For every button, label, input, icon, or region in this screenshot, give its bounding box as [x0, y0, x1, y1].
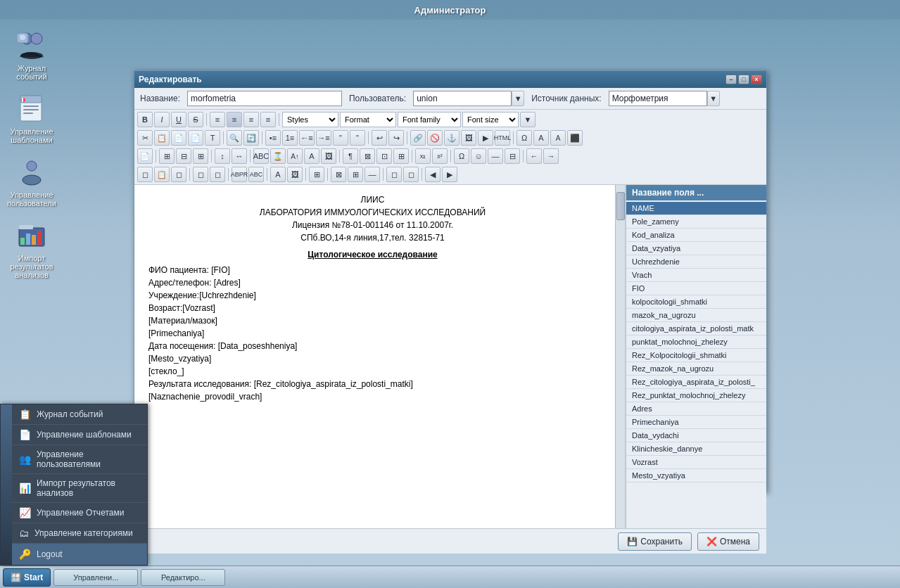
- panel-item-1[interactable]: Pole_zameny: [626, 215, 766, 229]
- table-btn3[interactable]: ⊞: [193, 148, 208, 164]
- name-input[interactable]: [187, 91, 342, 106]
- panel-item-17[interactable]: Data_vydachi: [626, 429, 766, 442]
- r4-btn3[interactable]: ◻: [171, 167, 186, 182]
- menu-item-users[interactable]: 👥 Управление пользователями: [12, 445, 147, 474]
- panel-item-19[interactable]: Vozrast: [626, 456, 766, 469]
- format-select[interactable]: Format: [340, 112, 396, 127]
- r4-btn8[interactable]: A: [270, 167, 286, 182]
- align-left-button[interactable]: ≡: [210, 112, 225, 127]
- t-btn4[interactable]: ↕: [215, 148, 230, 164]
- omega-btn[interactable]: Ω: [454, 148, 469, 164]
- r4-btn15[interactable]: ◻: [386, 167, 402, 182]
- sub-btn[interactable]: x₂: [415, 148, 431, 164]
- r4-btn1[interactable]: ◻: [137, 167, 153, 182]
- source-btn[interactable]: ⊠: [360, 148, 375, 164]
- media-button[interactable]: ▶: [478, 130, 493, 146]
- align-justify-button[interactable]: ≡: [260, 112, 276, 127]
- user-input[interactable]: [413, 91, 512, 106]
- source-dropdown-btn[interactable]: ▼: [707, 91, 720, 106]
- r4-btn13[interactable]: ⊞: [348, 167, 363, 182]
- sup-btn[interactable]: x²: [432, 148, 448, 164]
- menu-item-reports[interactable]: 📈 Управление Отчетами: [12, 503, 147, 523]
- font-size-select[interactable]: Font size: [462, 112, 519, 127]
- r4-btn17[interactable]: ◀: [425, 167, 441, 182]
- panel-item-14[interactable]: Rez_punktat_molochnoj_zhelezy: [626, 389, 766, 402]
- menu-item-import[interactable]: 📊 Импорт результатов анализов: [12, 474, 147, 503]
- editor-scrollbar[interactable]: [615, 185, 625, 528]
- html-button[interactable]: HTML: [495, 130, 510, 146]
- close-button[interactable]: ×: [751, 75, 762, 84]
- arrow-r-btn[interactable]: →: [543, 148, 559, 164]
- find-button[interactable]: 🔍: [227, 130, 242, 146]
- r4-btn14[interactable]: —: [365, 167, 380, 182]
- outdent-button[interactable]: ←≡: [299, 130, 315, 146]
- copy-button[interactable]: 📋: [154, 130, 170, 146]
- panel-item-16[interactable]: Primechaniya: [626, 416, 766, 429]
- desktop-icon-events[interactable]: Журнал событий: [7, 28, 56, 81]
- r4-btn4[interactable]: ◻: [193, 167, 208, 182]
- panel-item-13[interactable]: Rez_citologiya_aspirata_iz_polosti_: [626, 376, 766, 389]
- panel-item-6[interactable]: FIO: [626, 282, 766, 295]
- preview-btn[interactable]: ⊡: [376, 148, 392, 164]
- r4-btn7[interactable]: ABC: [248, 167, 264, 182]
- maximize-button[interactable]: □: [738, 75, 749, 84]
- panel-item-10[interactable]: punktat_molochnoj_zhelezy: [626, 335, 766, 349]
- desktop-icon-import[interactable]: Импорт результатов анализов: [7, 218, 56, 279]
- panel-item-7[interactable]: kolpocitologii_shmatki: [626, 295, 766, 309]
- r4-btn12[interactable]: ⊠: [331, 167, 346, 182]
- t-btn10[interactable]: 🖼: [321, 148, 336, 164]
- new-doc-button[interactable]: 📄: [137, 148, 153, 164]
- r4-btn9[interactable]: 🖼: [287, 167, 303, 182]
- strikethrough-button[interactable]: S: [188, 112, 203, 127]
- anchor-button[interactable]: ⚓: [444, 130, 459, 146]
- right-panel-list[interactable]: NAME Pole_zameny Kod_analiza Data_vzyati…: [626, 200, 766, 528]
- panel-item-15[interactable]: Adres: [626, 402, 766, 416]
- paste-special-button[interactable]: 📄: [188, 130, 203, 146]
- minimize-button[interactable]: –: [725, 75, 737, 84]
- font-family-select[interactable]: Font family: [398, 112, 461, 127]
- arrow-l-btn[interactable]: ←: [526, 148, 542, 164]
- table-insert-btn[interactable]: ⊞: [309, 167, 324, 182]
- link-button[interactable]: 🔗: [410, 130, 426, 146]
- undo-button[interactable]: ↩: [372, 130, 387, 146]
- replace-button[interactable]: 🔄: [243, 130, 259, 146]
- panel-item-12[interactable]: Rez_mazok_na_ugrozu: [626, 362, 766, 376]
- spell-btn[interactable]: ABC: [253, 148, 269, 164]
- underline-button[interactable]: U: [171, 112, 186, 127]
- t-btn8[interactable]: A↑: [287, 148, 303, 164]
- t-btn14[interactable]: ⊞: [393, 148, 409, 164]
- desktop-icon-templates[interactable]: Управление шаблонами: [7, 91, 56, 144]
- menu-logout[interactable]: 🔑 Logout: [12, 544, 147, 565]
- taskbar-btn-1[interactable]: Управлени...: [53, 569, 138, 586]
- indent-button[interactable]: →≡: [316, 130, 331, 146]
- t-btn20[interactable]: ⊟: [505, 148, 520, 164]
- table-btn1[interactable]: ⊞: [159, 148, 175, 164]
- emoji-btn[interactable]: ☺: [471, 148, 486, 164]
- char-btn1[interactable]: Ω: [516, 130, 532, 146]
- font-color-button[interactable]: A: [550, 130, 566, 146]
- menu-item-templates[interactable]: 📄 Управление шаблонами: [12, 425, 147, 445]
- taskbar-btn-2[interactable]: Редактиро...: [141, 569, 225, 586]
- r4-btn6[interactable]: ABPR: [232, 167, 247, 182]
- panel-item-5[interactable]: Vrach: [626, 269, 766, 282]
- panel-item-0[interactable]: NAME: [626, 202, 766, 215]
- r4-btn2[interactable]: 📋: [154, 167, 170, 182]
- menu-item-events[interactable]: 📋 Журнал событий: [12, 404, 147, 425]
- panel-item-11[interactable]: Rez_Kolpocitologii_shmatki: [626, 349, 766, 362]
- t-btn7[interactable]: ⌛: [270, 148, 286, 164]
- bold-button[interactable]: B: [137, 112, 153, 127]
- desktop-icon-users[interactable]: Управление пользователи: [7, 155, 56, 207]
- save-button[interactable]: 💾 Сохранить: [618, 532, 692, 551]
- user-dropdown-btn[interactable]: ▼: [512, 91, 524, 106]
- char-btn2[interactable]: A: [533, 130, 549, 146]
- r4-btn16[interactable]: ◻: [403, 167, 419, 182]
- bg-color-button[interactable]: ⬛: [567, 130, 583, 146]
- blockquote2-button[interactable]: ": [350, 130, 365, 146]
- styles-select[interactable]: Styles: [282, 112, 338, 127]
- panel-item-8[interactable]: mazok_na_ugrozu: [626, 309, 766, 322]
- image-button[interactable]: 🖼: [461, 130, 476, 146]
- cancel-button[interactable]: ❌ Отмена: [697, 532, 759, 551]
- r4-btn18[interactable]: ▶: [442, 167, 457, 182]
- panel-item-18[interactable]: Klinicheskie_dannye: [626, 442, 766, 456]
- pilcrow-btn[interactable]: ¶: [343, 148, 358, 164]
